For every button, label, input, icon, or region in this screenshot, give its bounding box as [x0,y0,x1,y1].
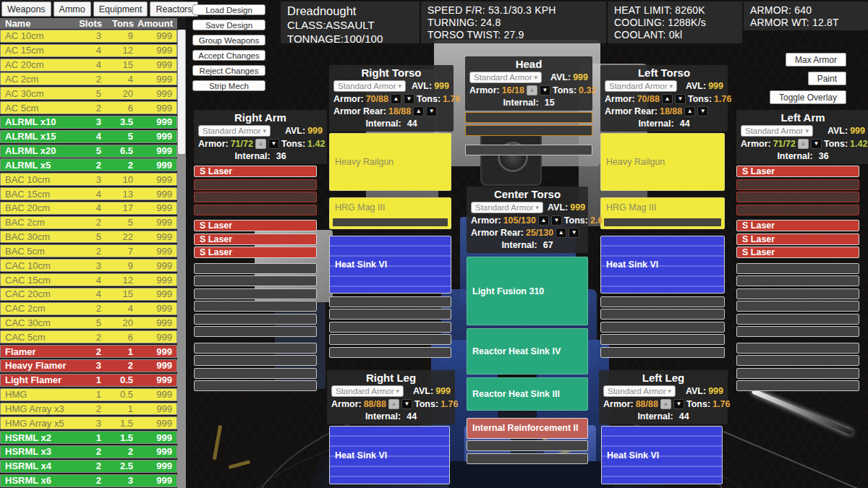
empty-slot[interactable] [329,347,451,358]
tab-reactors[interactable]: Reactors [150,1,197,17]
load-design-button[interactable]: Load Design [192,4,265,15]
inventory-row[interactable]: AC 20cm415999 [0,59,177,72]
s-laser-slot[interactable]: S Laser [736,234,859,245]
armor-down-button[interactable]: ▼ [551,215,562,226]
hrg-mag-iii-slot[interactable]: HRG Mag III [600,197,725,229]
s-laser-slot[interactable]: S Laser [736,166,859,177]
empty-slot[interactable] [465,112,592,123]
empty-slot[interactable] [194,288,317,299]
occupied-slot[interactable] [194,205,317,215]
inventory-row[interactable]: HMG Array x531.5999 [0,416,177,429]
empty-slot[interactable] [465,145,592,155]
empty-slot[interactable] [194,275,317,286]
max-armor-button[interactable]: Max Armor [786,53,846,67]
occupied-slot[interactable] [467,453,588,464]
inventory-row[interactable]: ALRML x2056.5999 [0,145,177,158]
empty-slot[interactable] [329,334,451,345]
s-laser-slot[interactable]: S Laser [194,166,317,177]
inventory-row[interactable]: AC 5cm26999 [0,101,177,114]
armor-up-button[interactable]: ▲ [684,106,695,116]
armor-up-button[interactable]: ▲ [662,94,673,104]
armor-type-select[interactable]: Standard Armor▾ [741,125,813,137]
empty-slot[interactable] [194,380,317,391]
inventory-row[interactable]: HMG10.5999 [0,388,177,401]
scrollbar-track[interactable] [177,30,186,488]
s-laser-slot[interactable]: S Laser [194,234,317,245]
inventory-row[interactable]: BAC 5cm27999 [0,244,177,257]
s-laser-slot[interactable]: S Laser [194,247,317,258]
empty-slot[interactable] [194,355,317,366]
hrg-mag-iii-slot[interactable]: HRG Mag III [329,197,451,229]
light-fusion-310-slot[interactable]: Light Fusion 310 [467,257,588,325]
occupied-slot[interactable] [736,192,859,202]
strip-mech-button[interactable]: Strip Mech [192,80,265,91]
armor-up-button[interactable]: ▲ [255,139,266,149]
scrollbar-thumb[interactable] [178,30,185,154]
accept-changes-button[interactable]: Accept Changes [192,50,265,61]
empty-slot[interactable] [736,343,859,354]
occupied-slot[interactable] [736,179,859,190]
empty-slot[interactable] [736,314,859,325]
inventory-row[interactable]: HSRML x211.5999 [0,431,177,444]
group-weapons-button[interactable]: Group Weapons [192,35,265,46]
armor-up-button[interactable]: ▲ [538,215,549,226]
empty-slot[interactable] [194,314,317,325]
empty-slot[interactable] [736,380,859,391]
empty-slot[interactable] [329,322,451,333]
empty-slot[interactable] [600,334,725,345]
armor-type-select[interactable]: Standard Armor▾ [471,202,543,213]
inventory-row[interactable]: CAC 30cm520999 [0,317,177,330]
empty-slot[interactable] [736,355,859,366]
empty-slot[interactable] [736,301,859,312]
armor-up-button[interactable]: ▲ [391,94,401,104]
inventory-row[interactable]: HSRML x322999 [0,445,177,458]
armor-type-select[interactable]: Standard Armor▾ [603,385,676,397]
empty-slot[interactable] [329,296,451,307]
occupied-slot[interactable] [736,205,859,215]
empty-slot[interactable] [465,125,592,136]
inventory-row[interactable]: BAC 15cm413999 [0,187,177,200]
inventory-row[interactable]: Heavy Flamer32999 [0,359,177,372]
empty-slot[interactable] [736,288,859,299]
internal-reinforcement-ii-slot[interactable]: Internal Reinforcement II [467,418,588,439]
heat-sink-vi-slot[interactable]: Heat Sink VI [329,426,450,484]
armor-up-button[interactable]: ▲ [388,399,399,409]
inventory-row[interactable]: CAC 20cm415999 [0,288,177,301]
reactor-heat-sink-iv-slot[interactable]: Reactor Heat Sink IV [467,328,588,374]
inventory-row[interactable]: BAC 30cm522999 [0,231,177,244]
armor-type-select[interactable]: Standard Armor▾ [469,72,542,83]
occupied-slot[interactable] [194,179,317,190]
inventory-row[interactable]: AC 15cm412999 [0,44,177,57]
save-design-button[interactable]: Save Design [192,20,265,30]
empty-slot[interactable] [194,326,317,337]
armor-type-select[interactable]: Standard Armor▾ [605,80,677,92]
paint-button[interactable]: Paint [808,72,846,85]
occupied-slot[interactable] [467,440,588,451]
inventory-row[interactable]: AC 2cm24999 [0,72,177,85]
inventory-row[interactable]: BAC 2cm25999 [0,216,177,229]
empty-slot[interactable] [194,263,317,274]
reject-changes-button[interactable]: Reject Changes [192,65,265,76]
armor-down-button[interactable]: ▼ [811,139,822,149]
empty-slot[interactable] [600,322,725,333]
armor-down-button[interactable]: ▼ [401,399,412,409]
armor-down-button[interactable]: ▼ [540,85,550,95]
armor-up-button[interactable]: ▲ [798,139,809,149]
armor-up-button[interactable]: ▲ [527,85,537,95]
inventory-row[interactable]: ALRML x1033.5999 [0,116,177,129]
armor-down-button[interactable]: ▼ [404,94,414,104]
inventory-row[interactable]: BAC 20cm417999 [0,202,177,215]
empty-slot[interactable] [600,296,725,307]
heat-sink-vi-slot[interactable]: Heat Sink VI [600,236,725,294]
armor-type-select[interactable]: Standard Armor▾ [331,385,404,397]
armor-down-button[interactable]: ▼ [675,94,686,104]
armor-type-select[interactable]: Standard Armor▾ [198,125,271,137]
inventory-row[interactable]: Light Flamer10.5999 [0,374,177,387]
armor-up-button[interactable]: ▲ [556,228,566,238]
inventory-row[interactable]: CAC 2cm24999 [0,302,177,315]
empty-slot[interactable] [194,368,317,379]
empty-slot[interactable] [736,326,859,337]
inventory-row[interactable]: BAC 10cm310999 [0,173,177,186]
empty-slot[interactable] [194,301,317,312]
empty-slot[interactable] [329,309,451,320]
